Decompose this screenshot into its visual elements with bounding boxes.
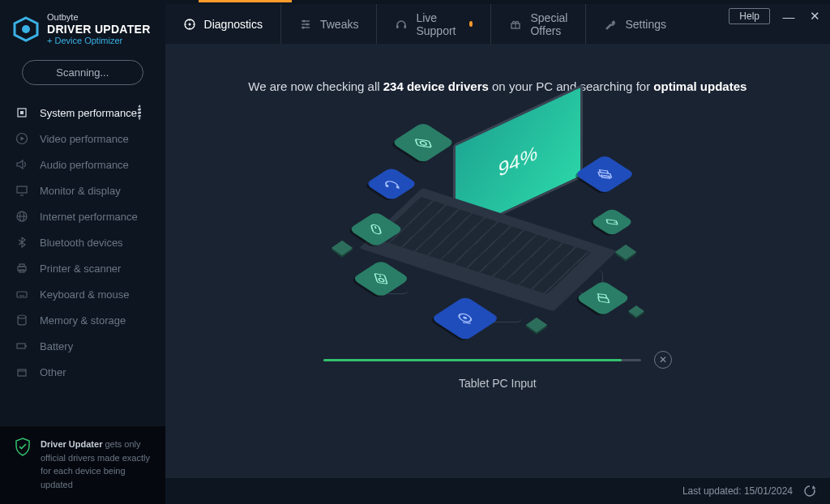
svg-rect-38 <box>415 139 431 147</box>
sidebar-item-label: Monitor & display <box>40 185 121 197</box>
svg-line-43 <box>375 226 376 229</box>
sidebar-item-label: Other <box>40 366 66 378</box>
svg-point-1 <box>22 25 30 33</box>
archive-icon <box>15 365 29 379</box>
globe-icon <box>15 209 29 224</box>
laptop-base-graphic <box>391 209 585 290</box>
svg-rect-51 <box>599 170 608 173</box>
sidebar-item-label: Memory & storage <box>40 314 126 327</box>
tab-diagnostics[interactable]: Diagnostics <box>165 4 281 44</box>
sidebar-item-label: System performance <box>40 107 137 119</box>
sidebar-item-label: Battery <box>40 340 73 352</box>
svg-rect-15 <box>17 292 27 297</box>
printer-tile-icon <box>574 155 635 194</box>
svg-line-49 <box>463 322 471 323</box>
svg-rect-53 <box>606 220 618 224</box>
svg-marker-6 <box>17 160 23 169</box>
svg-point-23 <box>188 23 190 25</box>
tab-tweaks[interactable]: Tweaks <box>281 4 377 44</box>
svg-marker-57 <box>812 485 816 489</box>
sidebar-item-label: Keyboard & mouse <box>40 288 130 301</box>
cube-decoration <box>628 305 644 317</box>
sidebar-item-internet-performance[interactable]: Internet performance <box>0 203 165 229</box>
svg-point-33 <box>302 26 304 28</box>
sidebar-item-label: Internet performance <box>40 211 138 223</box>
footer-note-text: Driver Updater gets only official driver… <box>41 438 151 491</box>
sidebar-item-battery[interactable]: Battery <box>0 333 165 359</box>
tab-label: Special Offers <box>530 11 567 37</box>
tab-label: Diagnostics <box>204 18 263 31</box>
svg-rect-34 <box>396 25 399 28</box>
storage-icon <box>15 313 29 327</box>
loading-spinner-icon <box>138 106 151 119</box>
progress-row: ✕ <box>323 351 672 369</box>
help-button[interactable]: Help <box>729 8 770 24</box>
sidebar: Outbyte DRIVER UPDATER + Device Optimize… <box>0 4 165 504</box>
notification-dot-icon <box>469 21 473 27</box>
headphones-tile-icon <box>365 167 417 201</box>
svg-point-32 <box>306 23 308 25</box>
svg-rect-18 <box>17 344 25 348</box>
sidebar-item-keyboard-mouse[interactable]: Keyboard & mouse <box>0 281 165 307</box>
sidebar-item-monitor-display[interactable]: Monitor & display <box>0 177 165 203</box>
drive-tile-icon <box>589 207 634 237</box>
scan-headline: We are now checking all 234 device drive… <box>165 79 830 93</box>
svg-rect-41 <box>396 186 400 189</box>
svg-point-45 <box>379 278 384 282</box>
svg-rect-40 <box>385 184 389 187</box>
battery-icon <box>15 339 29 353</box>
sidebar-item-other[interactable]: Other <box>0 359 165 385</box>
tab-label: Settings <box>625 18 666 31</box>
play-circle-icon <box>15 131 29 146</box>
sidebar-footer-note: Driver Updater gets only official driver… <box>0 426 165 504</box>
headset-icon <box>395 18 408 31</box>
sidebar-item-printer-scanner[interactable]: Printer & scanner <box>0 255 165 281</box>
svg-marker-5 <box>21 137 25 141</box>
camera-tile-icon <box>391 122 455 163</box>
diagnostics-icon <box>183 18 196 31</box>
svg-rect-56 <box>597 297 609 302</box>
tab-special-offers[interactable]: Special Offers <box>491 4 586 44</box>
keyboard-icon <box>15 287 29 301</box>
sidebar-item-bluetooth-devices[interactable]: Bluetooth devices <box>0 229 165 255</box>
sidebar-item-video-performance[interactable]: Video performance <box>0 126 165 152</box>
sidebar-nav: System performance Video performance Aud… <box>0 100 165 426</box>
close-icon[interactable]: ✕ <box>807 9 822 23</box>
sidebar-item-label: Video performance <box>40 133 129 145</box>
cube-decoration <box>614 245 636 260</box>
bluetooth-icon <box>15 235 29 250</box>
tab-live-support[interactable]: Live Support <box>377 4 491 44</box>
brand-logo-icon <box>13 16 39 42</box>
wrench-icon <box>604 18 617 31</box>
svg-rect-42 <box>370 224 381 234</box>
monitor-icon <box>15 183 29 198</box>
cube-decoration <box>525 318 547 333</box>
logo-area: Outbyte DRIVER UPDATER + Device Optimize… <box>0 4 165 52</box>
sidebar-item-system-performance[interactable]: System performance <box>0 100 165 126</box>
chip-icon <box>15 105 29 120</box>
window-controls: Help — ✕ <box>729 8 822 24</box>
tab-label: Live Support <box>416 11 457 37</box>
scan-button[interactable]: Scanning... <box>22 60 143 85</box>
tab-settings[interactable]: Settings <box>586 4 684 44</box>
svg-rect-13 <box>19 264 24 267</box>
sidebar-item-memory-storage[interactable]: Memory & storage <box>0 307 165 333</box>
sidebar-item-audio-performance[interactable]: Audio performance <box>0 152 165 177</box>
svg-point-31 <box>302 19 305 22</box>
sidebar-item-label: Printer & scanner <box>40 263 121 275</box>
svg-rect-19 <box>26 345 28 347</box>
svg-rect-35 <box>404 25 407 28</box>
brand-product: DRIVER UPDATER <box>47 23 151 36</box>
shield-check-icon <box>15 438 31 457</box>
refresh-icon[interactable] <box>802 484 817 498</box>
cancel-scan-button[interactable]: ✕ <box>654 351 672 369</box>
tweaks-icon <box>299 18 312 31</box>
status-bar: Last updated: 15/01/2024 <box>165 478 830 504</box>
scan-percent: 94% <box>498 140 537 181</box>
progress-fill <box>323 359 622 361</box>
gift-icon <box>509 18 522 31</box>
svg-point-48 <box>463 316 468 319</box>
cube-decoration <box>331 241 353 256</box>
svg-rect-7 <box>17 186 27 193</box>
minimize-icon[interactable]: — <box>781 10 796 23</box>
